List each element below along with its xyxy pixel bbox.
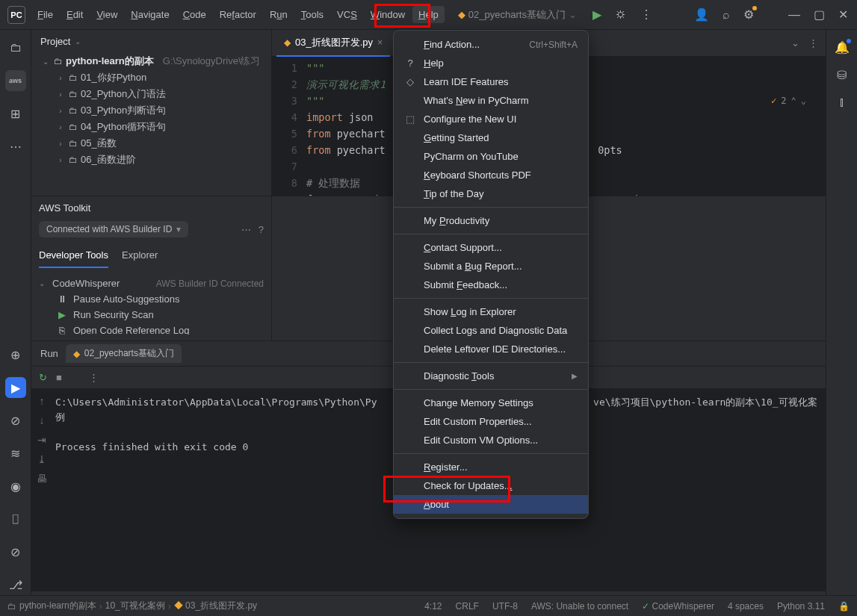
tree-folder[interactable]: ›🗀01_你好Python <box>34 69 268 86</box>
user-icon[interactable]: 👤 <box>694 7 709 22</box>
soft-wrap-icon[interactable]: ⇥ <box>37 434 46 446</box>
debug-tool-button[interactable]: ⊘ <box>5 410 26 431</box>
tree-root[interactable]: ⌄🗀python-learn的副本G:\SynologyDrive\练习 <box>34 53 268 69</box>
minimize-icon[interactable]: — <box>788 8 800 22</box>
editor-tab[interactable]: ◆03_折线图开发.py× <box>276 30 390 57</box>
chevron-down-icon[interactable]: ⌄ <box>791 37 799 49</box>
codewhisperer-status[interactable]: ✓ CodeWhisperer <box>642 601 714 612</box>
sciview-icon[interactable]: ⫿ <box>839 96 845 109</box>
tree-folder[interactable]: ›🗀02_Python入门语法 <box>34 86 268 102</box>
crumb[interactable]: ◆ 03_折线图开发.py <box>174 600 257 612</box>
aws-action[interactable]: ▶Run Security Scan <box>39 307 264 323</box>
up-icon[interactable]: ⌃ <box>791 93 796 109</box>
help-menu-item[interactable]: Check for Updates... <box>394 476 588 495</box>
close-icon[interactable]: × <box>377 37 383 48</box>
project-tree[interactable]: ⌄🗀python-learn的副本G:\SynologyDrive\练习›🗀01… <box>31 53 271 196</box>
help-menu-item[interactable]: Edit Custom VM Options... <box>394 431 588 449</box>
project-header[interactable]: Project ⌄ <box>31 30 271 53</box>
print-icon[interactable]: 🖶 <box>37 473 47 485</box>
help-menu-item[interactable]: Submit Feedback... <box>394 276 588 294</box>
down-icon[interactable]: ⌄ <box>801 93 806 109</box>
help-menu-item[interactable]: Collect Logs and Diagnostic Data <box>394 321 588 340</box>
close-icon[interactable]: ✕ <box>838 7 848 22</box>
help-menu-item[interactable]: PyCharm on YouTube <box>394 147 588 166</box>
help-menu-item[interactable]: About <box>394 495 588 514</box>
menu-edit[interactable]: Edit <box>61 6 89 23</box>
problems-indicator[interactable]: ✓ 2 ⌃ ⌄ <box>771 93 806 109</box>
help-menu-item[interactable]: Tip of the Day <box>394 184 588 203</box>
indent-status[interactable]: 4 spaces <box>728 601 764 612</box>
menu-view[interactable]: View <box>90 6 123 23</box>
rerun-icon[interactable]: ↻ <box>39 372 47 383</box>
help-menu-item[interactable]: ◇Learn IDE Features <box>394 72 588 91</box>
caret-position[interactable]: 4:12 <box>424 601 442 612</box>
help-menu-item[interactable]: My Productivity <box>394 211 588 230</box>
lock-icon[interactable]: 🔒 <box>838 601 850 612</box>
problems-tool-button[interactable]: ⊘ <box>5 541 26 562</box>
aws-connection-selector[interactable]: Connected with AWS Builder ID ▾ <box>39 221 188 237</box>
tree-folder[interactable]: ›🗀06_函数进阶 <box>34 152 268 168</box>
stop-icon[interactable]: ■ <box>56 372 62 383</box>
menu-run[interactable]: Run <box>264 6 294 23</box>
menu-help[interactable]: Help <box>412 6 445 23</box>
menu-vcs[interactable]: VCS <box>331 6 363 23</box>
help-menu-item[interactable]: Submit a Bug Report... <box>394 257 588 276</box>
run-tool-button[interactable]: ▶ <box>5 377 26 398</box>
breadcrumb[interactable]: 🗀 python-learn的副本 › 10_可视化案例 › ◆ 03_折线图开… <box>7 600 257 612</box>
up-icon[interactable]: ↑ <box>40 395 45 407</box>
help-menu-item[interactable]: ?Help <box>394 54 588 72</box>
help-menu-item[interactable]: Show Log in Explorer <box>394 302 588 321</box>
run-tab[interactable]: ◆ 02_pyecharts基础入门 <box>66 344 182 363</box>
gear-icon[interactable]: ⚙ <box>743 7 754 22</box>
aws-tab[interactable]: Developer Tools <box>39 249 108 268</box>
python-console-button[interactable]: ⊕ <box>5 344 26 365</box>
python-packages-button[interactable]: ◉ <box>5 476 26 497</box>
menu-file[interactable]: File <box>31 6 59 23</box>
structure-tool-button[interactable]: ⊞ <box>5 103 26 124</box>
maximize-icon[interactable]: ▢ <box>814 7 825 22</box>
aws-action[interactable]: ⎘Open Code Reference Log <box>39 323 264 335</box>
help-menu-item[interactable]: Delete Leftover IDE Directories... <box>394 340 588 358</box>
database-icon[interactable]: ⛁ <box>837 68 847 82</box>
more-icon[interactable]: ⋯ <box>241 224 251 235</box>
vcs-tool-button[interactable]: ⎇ <box>5 574 26 595</box>
line-separator[interactable]: CRLF <box>456 601 479 612</box>
menu-tools[interactable]: Tools <box>295 6 330 23</box>
help-menu-item[interactable]: Getting Started <box>394 128 588 147</box>
scroll-to-end-icon[interactable]: ⤓ <box>37 453 46 465</box>
menu-navigate[interactable]: Navigate <box>125 6 175 23</box>
python-interpreter[interactable]: Python 3.11 <box>777 601 825 612</box>
terminal-tool-button[interactable]: ⌷ <box>5 508 26 529</box>
help-menu-item[interactable]: ⬚Configure the New UI <box>394 110 588 128</box>
aws-group[interactable]: ⌄CodeWhispererAWS Builder ID Connected <box>39 276 264 291</box>
more-icon[interactable]: ⋮ <box>89 372 99 383</box>
project-tool-button[interactable]: 🗀 <box>5 37 26 58</box>
crumb[interactable]: 10_可视化案例 <box>105 600 165 612</box>
help-menu-item[interactable]: Register... <box>394 458 588 476</box>
file-encoding[interactable]: UTF-8 <box>492 601 518 612</box>
tree-folder[interactable]: ›🗀04_Python循环语句 <box>34 119 268 135</box>
services-tool-button[interactable]: ≋ <box>5 443 26 464</box>
help-menu-item[interactable]: Contact Support... <box>394 238 588 257</box>
help-menu-item[interactable]: Find Action...Ctrl+Shift+A <box>394 35 588 54</box>
run-config-selector[interactable]: ◆ 02_pyecharts基础入门 ⌄ <box>458 8 577 22</box>
debug-icon[interactable]: ⛭ <box>615 8 627 22</box>
aws-tab[interactable]: Explorer <box>122 249 158 268</box>
menu-refactor[interactable]: Refactor <box>214 6 262 23</box>
down-icon[interactable]: ↓ <box>40 414 45 426</box>
menu-window[interactable]: Window <box>365 6 411 23</box>
aws-action[interactable]: ⏸Pause Auto-Suggestions <box>39 291 264 307</box>
help-icon[interactable]: ? <box>259 224 264 235</box>
help-menu-item[interactable]: What's New in PyCharm <box>394 91 588 110</box>
help-menu-item[interactable]: Change Memory Settings <box>394 393 588 412</box>
search-icon[interactable]: ⌕ <box>723 8 730 22</box>
run-icon[interactable]: ▶ <box>593 7 601 22</box>
more-icon[interactable]: ⋮ <box>808 37 818 49</box>
menu-code[interactable]: Code <box>177 6 212 23</box>
aws-status[interactable]: AWS: Unable to connect <box>531 601 628 612</box>
aws-tool-button[interactable]: aws <box>5 70 26 91</box>
tree-folder[interactable]: ›🗀03_Python判断语句 <box>34 102 268 119</box>
help-menu-item[interactable]: Keyboard Shortcuts PDF <box>394 166 588 184</box>
help-menu-item[interactable]: Diagnostic Tools▶ <box>394 367 588 385</box>
help-menu-item[interactable]: Edit Custom Properties... <box>394 412 588 431</box>
